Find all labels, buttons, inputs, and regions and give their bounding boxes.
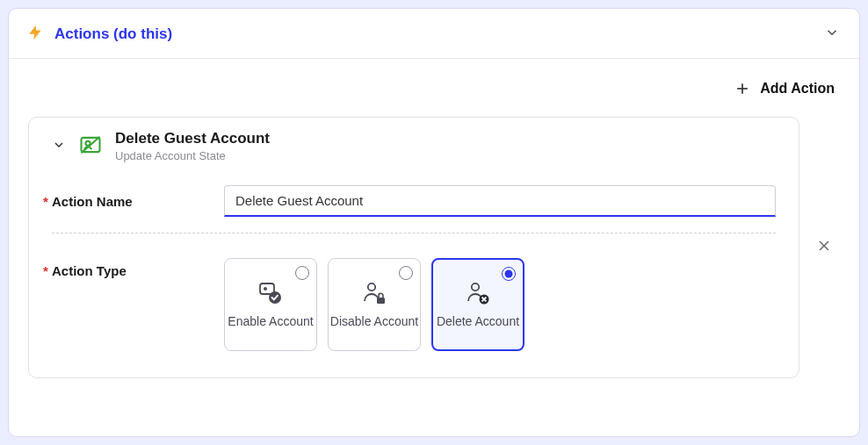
svg-point-10 <box>472 283 479 290</box>
lightning-icon <box>26 23 44 46</box>
radio-indicator <box>295 266 309 280</box>
add-action-label: Add Action <box>760 81 835 97</box>
enable-account-icon <box>256 281 286 307</box>
action-title: Delete Guest Account <box>115 130 270 147</box>
svg-point-8 <box>368 283 375 290</box>
action-name-input[interactable] <box>224 185 776 217</box>
option-label: Enable Account <box>228 314 313 329</box>
option-enable-account[interactable]: Enable Account <box>224 258 317 351</box>
actions-panel-header[interactable]: Actions (do this) <box>9 9 859 59</box>
actions-panel: Actions (do this) Add Action <box>8 8 860 437</box>
panel-title: Actions (do this) <box>54 25 814 43</box>
action-subtitle: Update Account State <box>115 149 270 162</box>
radio-indicator <box>399 266 413 280</box>
chevron-down-icon[interactable] <box>52 138 66 155</box>
divider <box>52 233 776 233</box>
delete-account-icon <box>464 281 492 307</box>
plus-icon <box>734 80 751 97</box>
action-card-header[interactable]: Delete Guest Account Update Account Stat… <box>52 130 776 162</box>
add-action-button[interactable]: Add Action <box>28 59 840 117</box>
action-type-options: Enable Account Disable Account <box>224 255 524 351</box>
panel-body: Add Action <box>9 59 859 378</box>
radio-indicator <box>502 267 516 281</box>
svg-rect-9 <box>377 298 385 304</box>
svg-line-4 <box>82 136 100 153</box>
action-type-row: Action Type Enable Account <box>52 255 776 351</box>
action-type-label: Action Type <box>52 255 215 278</box>
option-label: Delete Account <box>437 314 519 329</box>
svg-point-6 <box>264 287 267 291</box>
action-name-label: Action Name <box>52 185 215 209</box>
action-name-row: Action Name <box>52 185 776 217</box>
close-icon <box>815 237 833 255</box>
option-disable-account[interactable]: Disable Account <box>328 258 421 351</box>
option-label: Disable Account <box>330 314 418 329</box>
disable-account-icon <box>360 281 388 307</box>
remove-action-button[interactable] <box>808 230 840 265</box>
chevron-down-icon[interactable] <box>824 25 840 44</box>
option-delete-account[interactable]: Delete Account <box>431 258 524 351</box>
delete-user-icon <box>78 133 103 161</box>
action-card: Delete Guest Account Update Account Stat… <box>28 117 799 378</box>
